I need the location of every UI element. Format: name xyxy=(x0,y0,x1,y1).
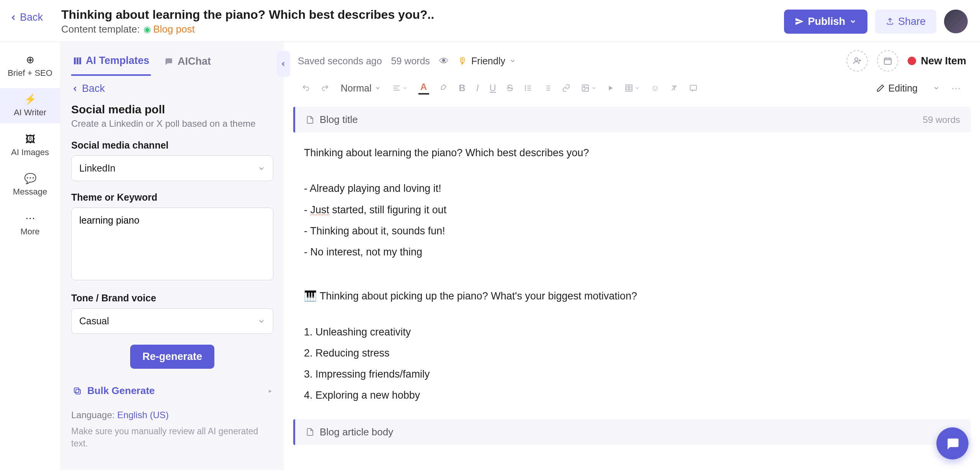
svg-point-12 xyxy=(525,90,526,91)
templates-icon xyxy=(73,56,82,65)
theme-label: Theme or Keyword xyxy=(71,192,273,203)
calendar-icon xyxy=(883,56,892,65)
rail-message[interactable]: 💬 Message xyxy=(0,167,60,202)
redo-button[interactable] xyxy=(317,81,333,95)
section-title-1: Blog title xyxy=(320,114,358,126)
more-icon[interactable]: ⋯ xyxy=(951,83,961,94)
new-item-label: New Item xyxy=(921,55,966,67)
panel-back-button[interactable]: Back xyxy=(71,83,273,95)
blog-icon: ◉ xyxy=(144,25,151,34)
poll-option: 1. Unleashing creativity xyxy=(304,323,960,341)
chevron-down-icon xyxy=(635,85,640,91)
disclaimer: Make sure you manually review all AI gen… xyxy=(71,425,273,450)
play-icon xyxy=(607,85,614,92)
svg-rect-1 xyxy=(77,57,78,64)
rail-brief-seo[interactable]: ⊕ Brief + SEO xyxy=(0,49,60,83)
template-link[interactable]: ◉ Blog post xyxy=(144,23,194,35)
target-icon: ⊕ xyxy=(26,54,34,66)
poll-option: - Just started, still figuring it out xyxy=(304,201,960,219)
link-button[interactable] xyxy=(558,81,574,95)
theme-input[interactable] xyxy=(71,208,273,280)
share-button[interactable]: Share xyxy=(875,10,936,34)
svg-rect-3 xyxy=(76,389,80,394)
image-button[interactable] xyxy=(577,81,600,95)
add-date-button[interactable] xyxy=(877,50,898,72)
table-button[interactable] xyxy=(621,81,644,95)
editing-label: Editing xyxy=(889,83,918,94)
chevron-left-icon xyxy=(71,85,79,93)
underline-button[interactable]: U xyxy=(486,80,500,96)
publish-button[interactable]: Publish xyxy=(784,10,867,34)
chat-icon xyxy=(164,57,174,67)
editor-content[interactable]: Thinking about learning the piano? Which… xyxy=(293,136,971,415)
rail-label-message: Message xyxy=(13,187,47,197)
template-label: Content template: xyxy=(61,23,140,35)
text-color-button[interactable]: A xyxy=(415,78,433,98)
header-back-button[interactable]: Back xyxy=(9,11,43,23)
align-button[interactable] xyxy=(389,81,412,95)
italic-button[interactable]: I xyxy=(472,80,483,96)
chevron-down-icon xyxy=(375,85,381,91)
chevron-down-icon xyxy=(258,165,265,172)
language-link[interactable]: English (US) xyxy=(117,410,169,420)
rail-label-writer: AI Writer xyxy=(14,108,46,118)
comment-button[interactable] xyxy=(685,81,701,95)
clear-format-button[interactable] xyxy=(666,81,682,95)
comment-icon xyxy=(689,84,697,92)
regenerate-button[interactable]: Re-generate xyxy=(130,345,214,369)
bulk-generate-button[interactable]: Bulk Generate ▸ xyxy=(71,381,273,401)
tone-selector[interactable]: 🎙 Friendly xyxy=(458,56,516,67)
table-icon xyxy=(625,84,633,92)
templates-panel: AI Templates AIChat Back Social media po… xyxy=(60,42,284,470)
tab-templates-label: AI Templates xyxy=(86,55,149,67)
channel-select[interactable]: LinkedIn xyxy=(71,155,273,181)
left-rail: ⊕ Brief + SEO ⚡ AI Writer 🖼 AI Images 💬 … xyxy=(0,42,60,470)
person-plus-icon xyxy=(853,56,862,65)
strike-button[interactable]: S xyxy=(503,80,517,96)
svg-marker-21 xyxy=(609,86,613,90)
eye-icon[interactable]: 👁 xyxy=(439,56,449,67)
poll-question-1: Thinking about learning the piano? Which… xyxy=(304,144,960,162)
section-blog-title[interactable]: Blog title 59 words xyxy=(293,107,971,132)
chevron-left-icon xyxy=(280,61,287,67)
bullet-list-button[interactable] xyxy=(520,81,536,95)
video-button[interactable] xyxy=(603,82,618,95)
svg-point-10 xyxy=(525,86,526,87)
tab-ai-templates[interactable]: AI Templates xyxy=(71,51,151,76)
channel-label: Social media channel xyxy=(71,140,273,151)
add-assignee-button[interactable] xyxy=(846,50,868,72)
language-label: Language: xyxy=(71,410,117,420)
svg-rect-4 xyxy=(74,388,79,392)
section-blog-body[interactable]: Blog article body 0 w xyxy=(293,419,971,445)
svg-rect-2 xyxy=(79,57,81,64)
chevron-down-icon xyxy=(402,85,408,91)
new-item-button[interactable]: New Item xyxy=(908,55,966,67)
editing-mode-button[interactable]: Editing ⋯ xyxy=(871,79,966,98)
emoji-button[interactable]: ☺ xyxy=(647,80,663,96)
send-icon xyxy=(795,17,804,26)
style-select[interactable]: Normal xyxy=(336,80,385,97)
pencil-icon xyxy=(876,84,885,92)
template-row: Content template: ◉ Blog post xyxy=(61,23,434,35)
topbar-left: Back Thinking about learning the piano? … xyxy=(9,8,434,35)
rail-ai-images[interactable]: 🖼 AI Images xyxy=(0,128,60,163)
undo-button[interactable] xyxy=(298,81,314,95)
style-value: Normal xyxy=(341,83,372,94)
rail-ai-writer[interactable]: ⚡ AI Writer xyxy=(0,88,60,123)
word-count: 59 words xyxy=(391,56,430,67)
numbered-list-button[interactable] xyxy=(539,81,555,95)
svg-rect-0 xyxy=(74,57,76,64)
highlight-button[interactable] xyxy=(436,81,452,95)
poll-option: 3. Impressing friends/family xyxy=(304,365,960,383)
tone-select[interactable]: Casual xyxy=(71,308,273,334)
rail-label-images: AI Images xyxy=(11,147,49,157)
intercom-button[interactable] xyxy=(936,427,969,460)
collapse-panel-button[interactable] xyxy=(276,51,290,77)
rail-label-more: More xyxy=(20,227,39,237)
link-icon xyxy=(562,84,570,92)
tab-aichat[interactable]: AIChat xyxy=(162,51,212,76)
avatar[interactable] xyxy=(944,10,968,33)
section-title-2: Blog article body xyxy=(320,426,393,438)
rail-more[interactable]: ⋯ More xyxy=(0,207,60,242)
bold-button[interactable]: B xyxy=(455,80,469,96)
